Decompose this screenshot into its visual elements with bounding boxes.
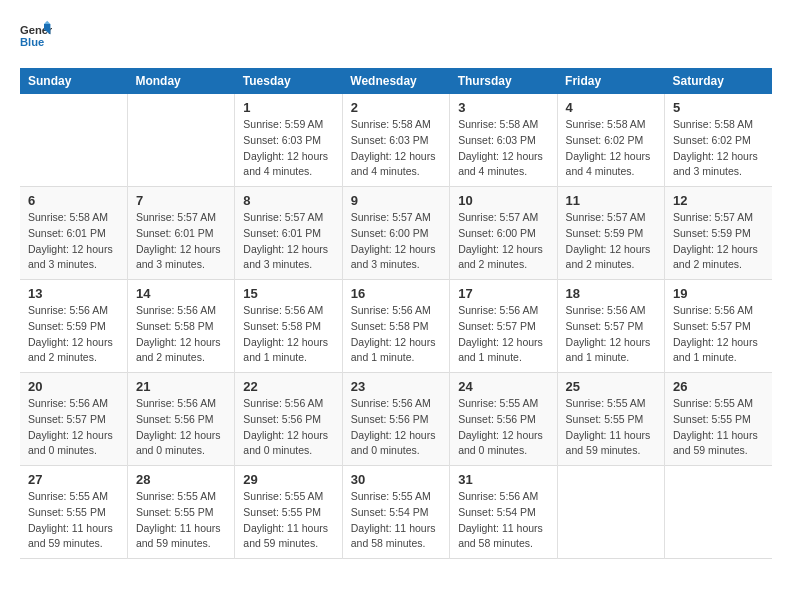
day-info: Sunrise: 5:58 AM Sunset: 6:03 PM Dayligh… [458, 117, 548, 180]
day-info: Sunrise: 5:57 AM Sunset: 5:59 PM Dayligh… [566, 210, 656, 273]
day-number: 2 [351, 100, 441, 115]
day-info: Sunrise: 5:55 AM Sunset: 5:56 PM Dayligh… [458, 396, 548, 459]
day-number: 26 [673, 379, 764, 394]
day-info: Sunrise: 5:55 AM Sunset: 5:54 PM Dayligh… [351, 489, 441, 552]
day-info: Sunrise: 5:57 AM Sunset: 6:01 PM Dayligh… [243, 210, 333, 273]
day-info: Sunrise: 5:56 AM Sunset: 5:57 PM Dayligh… [673, 303, 764, 366]
day-info: Sunrise: 5:58 AM Sunset: 6:01 PM Dayligh… [28, 210, 119, 273]
day-number: 21 [136, 379, 226, 394]
day-number: 24 [458, 379, 548, 394]
day-number: 9 [351, 193, 441, 208]
weekday-header: Friday [557, 68, 664, 94]
calendar-cell: 24Sunrise: 5:55 AM Sunset: 5:56 PM Dayli… [450, 373, 557, 466]
calendar-cell: 2Sunrise: 5:58 AM Sunset: 6:03 PM Daylig… [342, 94, 449, 187]
calendar-cell [127, 94, 234, 187]
day-number: 19 [673, 286, 764, 301]
day-number: 29 [243, 472, 333, 487]
day-info: Sunrise: 5:56 AM Sunset: 5:56 PM Dayligh… [351, 396, 441, 459]
calendar-header: SundayMondayTuesdayWednesdayThursdayFrid… [20, 68, 772, 94]
day-info: Sunrise: 5:56 AM Sunset: 5:59 PM Dayligh… [28, 303, 119, 366]
day-info: Sunrise: 5:55 AM Sunset: 5:55 PM Dayligh… [28, 489, 119, 552]
day-info: Sunrise: 5:56 AM Sunset: 5:57 PM Dayligh… [458, 303, 548, 366]
calendar-cell: 26Sunrise: 5:55 AM Sunset: 5:55 PM Dayli… [665, 373, 772, 466]
day-info: Sunrise: 5:58 AM Sunset: 6:03 PM Dayligh… [351, 117, 441, 180]
logo: General Blue [20, 20, 60, 52]
weekday-header: Wednesday [342, 68, 449, 94]
calendar-cell: 29Sunrise: 5:55 AM Sunset: 5:55 PM Dayli… [235, 466, 342, 559]
week-row: 20Sunrise: 5:56 AM Sunset: 5:57 PM Dayli… [20, 373, 772, 466]
calendar-cell: 11Sunrise: 5:57 AM Sunset: 5:59 PM Dayli… [557, 187, 664, 280]
calendar-table: SundayMondayTuesdayWednesdayThursdayFrid… [20, 68, 772, 559]
calendar-cell: 10Sunrise: 5:57 AM Sunset: 6:00 PM Dayli… [450, 187, 557, 280]
weekday-header: Saturday [665, 68, 772, 94]
calendar-cell: 15Sunrise: 5:56 AM Sunset: 5:58 PM Dayli… [235, 280, 342, 373]
day-info: Sunrise: 5:56 AM Sunset: 5:56 PM Dayligh… [136, 396, 226, 459]
week-row: 13Sunrise: 5:56 AM Sunset: 5:59 PM Dayli… [20, 280, 772, 373]
day-number: 23 [351, 379, 441, 394]
week-row: 6Sunrise: 5:58 AM Sunset: 6:01 PM Daylig… [20, 187, 772, 280]
day-number: 15 [243, 286, 333, 301]
day-info: Sunrise: 5:57 AM Sunset: 6:00 PM Dayligh… [351, 210, 441, 273]
calendar-cell: 12Sunrise: 5:57 AM Sunset: 5:59 PM Dayli… [665, 187, 772, 280]
calendar-cell: 30Sunrise: 5:55 AM Sunset: 5:54 PM Dayli… [342, 466, 449, 559]
svg-marker-3 [44, 21, 50, 24]
day-number: 11 [566, 193, 656, 208]
calendar-cell: 8Sunrise: 5:57 AM Sunset: 6:01 PM Daylig… [235, 187, 342, 280]
calendar-cell: 14Sunrise: 5:56 AM Sunset: 5:58 PM Dayli… [127, 280, 234, 373]
svg-text:Blue: Blue [20, 36, 44, 48]
weekday-header: Thursday [450, 68, 557, 94]
day-number: 1 [243, 100, 333, 115]
calendar-cell: 21Sunrise: 5:56 AM Sunset: 5:56 PM Dayli… [127, 373, 234, 466]
day-info: Sunrise: 5:56 AM Sunset: 5:57 PM Dayligh… [566, 303, 656, 366]
day-number: 13 [28, 286, 119, 301]
day-number: 22 [243, 379, 333, 394]
day-info: Sunrise: 5:57 AM Sunset: 5:59 PM Dayligh… [673, 210, 764, 273]
day-info: Sunrise: 5:56 AM Sunset: 5:58 PM Dayligh… [351, 303, 441, 366]
day-number: 18 [566, 286, 656, 301]
calendar-cell: 13Sunrise: 5:56 AM Sunset: 5:59 PM Dayli… [20, 280, 127, 373]
logo-icon: General Blue [20, 20, 52, 52]
day-info: Sunrise: 5:57 AM Sunset: 6:00 PM Dayligh… [458, 210, 548, 273]
weekday-header: Tuesday [235, 68, 342, 94]
day-number: 5 [673, 100, 764, 115]
day-number: 25 [566, 379, 656, 394]
day-number: 4 [566, 100, 656, 115]
day-info: Sunrise: 5:55 AM Sunset: 5:55 PM Dayligh… [243, 489, 333, 552]
day-info: Sunrise: 5:56 AM Sunset: 5:58 PM Dayligh… [243, 303, 333, 366]
calendar-cell [20, 94, 127, 187]
calendar-cell: 9Sunrise: 5:57 AM Sunset: 6:00 PM Daylig… [342, 187, 449, 280]
calendar-cell: 7Sunrise: 5:57 AM Sunset: 6:01 PM Daylig… [127, 187, 234, 280]
day-number: 6 [28, 193, 119, 208]
calendar-cell [557, 466, 664, 559]
weekday-header: Monday [127, 68, 234, 94]
calendar-cell: 23Sunrise: 5:56 AM Sunset: 5:56 PM Dayli… [342, 373, 449, 466]
page-header: General Blue [20, 20, 772, 52]
calendar-cell: 22Sunrise: 5:56 AM Sunset: 5:56 PM Dayli… [235, 373, 342, 466]
day-info: Sunrise: 5:58 AM Sunset: 6:02 PM Dayligh… [673, 117, 764, 180]
calendar-cell: 3Sunrise: 5:58 AM Sunset: 6:03 PM Daylig… [450, 94, 557, 187]
calendar-cell: 27Sunrise: 5:55 AM Sunset: 5:55 PM Dayli… [20, 466, 127, 559]
calendar-cell: 18Sunrise: 5:56 AM Sunset: 5:57 PM Dayli… [557, 280, 664, 373]
day-info: Sunrise: 5:56 AM Sunset: 5:58 PM Dayligh… [136, 303, 226, 366]
calendar-cell: 31Sunrise: 5:56 AM Sunset: 5:54 PM Dayli… [450, 466, 557, 559]
day-info: Sunrise: 5:55 AM Sunset: 5:55 PM Dayligh… [136, 489, 226, 552]
day-info: Sunrise: 5:56 AM Sunset: 5:54 PM Dayligh… [458, 489, 548, 552]
day-info: Sunrise: 5:56 AM Sunset: 5:57 PM Dayligh… [28, 396, 119, 459]
calendar-cell: 17Sunrise: 5:56 AM Sunset: 5:57 PM Dayli… [450, 280, 557, 373]
day-info: Sunrise: 5:55 AM Sunset: 5:55 PM Dayligh… [566, 396, 656, 459]
calendar-cell: 5Sunrise: 5:58 AM Sunset: 6:02 PM Daylig… [665, 94, 772, 187]
calendar-cell: 28Sunrise: 5:55 AM Sunset: 5:55 PM Dayli… [127, 466, 234, 559]
calendar-cell: 1Sunrise: 5:59 AM Sunset: 6:03 PM Daylig… [235, 94, 342, 187]
calendar-cell: 4Sunrise: 5:58 AM Sunset: 6:02 PM Daylig… [557, 94, 664, 187]
day-number: 20 [28, 379, 119, 394]
day-info: Sunrise: 5:55 AM Sunset: 5:55 PM Dayligh… [673, 396, 764, 459]
day-info: Sunrise: 5:57 AM Sunset: 6:01 PM Dayligh… [136, 210, 226, 273]
day-number: 28 [136, 472, 226, 487]
day-number: 10 [458, 193, 548, 208]
day-number: 14 [136, 286, 226, 301]
day-number: 16 [351, 286, 441, 301]
day-info: Sunrise: 5:56 AM Sunset: 5:56 PM Dayligh… [243, 396, 333, 459]
day-number: 7 [136, 193, 226, 208]
header-row: SundayMondayTuesdayWednesdayThursdayFrid… [20, 68, 772, 94]
day-number: 27 [28, 472, 119, 487]
